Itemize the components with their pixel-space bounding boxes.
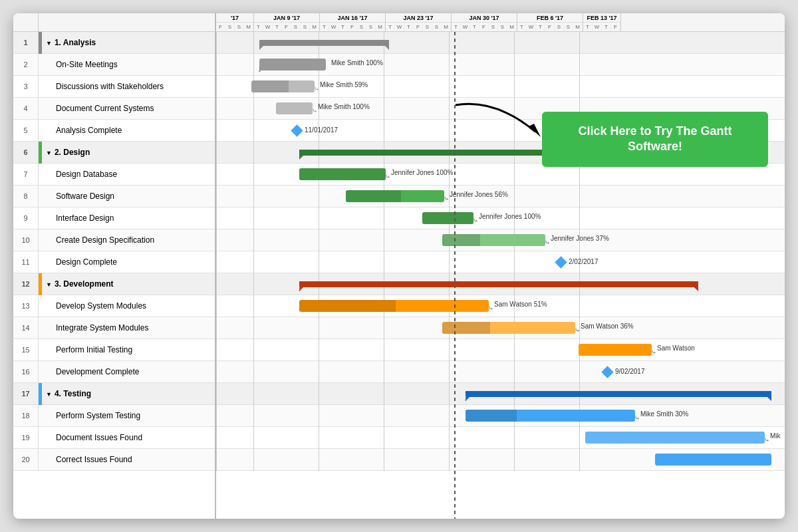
- gantt-rows-container: [216, 32, 785, 471]
- gantt-row: [216, 405, 785, 427]
- gantt-row: [216, 142, 785, 164]
- task-row: 13Develop System Modules: [13, 295, 215, 317]
- task-name: Integrate System Modules: [44, 323, 215, 332]
- task-row-number: 15: [13, 339, 39, 360]
- gantt-row: [216, 361, 785, 383]
- day-cell: F: [348, 23, 357, 31]
- task-name: Document Current Systems: [44, 104, 215, 113]
- day-cell: T: [470, 23, 479, 31]
- day-cell: S: [291, 23, 301, 31]
- day-cell: M: [507, 23, 517, 31]
- day-cell: T: [583, 23, 593, 31]
- week-label: '17: [216, 13, 253, 23]
- task-name: Perform System Testing: [44, 411, 215, 420]
- task-row: 3Discussions with Stakeholders: [13, 76, 215, 98]
- gantt-row: [216, 339, 785, 361]
- task-row-number: 6: [13, 142, 39, 163]
- task-row-number: 9: [13, 207, 39, 229]
- gantt-row: [216, 98, 785, 120]
- group-expand-icon[interactable]: ▼: [46, 150, 52, 156]
- gantt-body: 1▼1. Analysis2On-Site Meetings3Discussio…: [13, 32, 785, 519]
- gantt-row: [216, 164, 785, 186]
- day-cell: T: [338, 23, 348, 31]
- task-row: 14Integrate System Modules: [13, 317, 215, 339]
- week-grid-line: [319, 32, 319, 471]
- gantt-row: [216, 427, 785, 449]
- day-cell: T: [254, 23, 263, 31]
- day-cell: T: [602, 23, 611, 31]
- day-cell: T: [320, 23, 329, 31]
- week-grid-line: [216, 32, 217, 471]
- day-cell: M: [376, 23, 385, 31]
- task-row-number: 8: [13, 186, 39, 207]
- gantt-row: [216, 186, 785, 207]
- week-days: TWTF: [583, 23, 620, 31]
- task-name: Develop System Modules: [44, 301, 215, 311]
- week-days: TWTFSSM: [320, 23, 385, 31]
- week-block: FEB 6 '17TWTFSSM: [517, 13, 583, 31]
- task-row: 18Perform System Testing: [13, 405, 215, 427]
- task-row-number: 3: [13, 76, 39, 97]
- task-name: ▼4. Testing: [42, 389, 215, 398]
- day-cell: W: [593, 23, 602, 31]
- task-row-number: 17: [13, 383, 39, 404]
- week-days: TWTFSSM: [452, 23, 517, 31]
- header-row: '17FSSMJAN 9 '17TWTFSSMJAN 16 '17TWTFSSM…: [13, 13, 785, 32]
- week-label: JAN 9 '17: [254, 13, 319, 23]
- task-row: 16Development Complete: [13, 361, 215, 383]
- day-cell: S: [564, 23, 573, 31]
- task-row: 20Correct Issues Found: [13, 449, 215, 471]
- header-right: '17FSSMJAN 9 '17TWTFSSMJAN 16 '17TWTFSSM…: [216, 13, 785, 31]
- week-block: JAN 9 '17TWTFSSM: [254, 13, 320, 31]
- day-cell: S: [235, 23, 244, 31]
- week-block: JAN 30 '17TWTFSSM: [452, 13, 517, 31]
- task-row: 4Document Current Systems: [13, 98, 215, 120]
- header-left: [13, 13, 216, 31]
- task-row-number: 12: [13, 273, 39, 295]
- group-expand-icon[interactable]: ▼: [46, 391, 52, 398]
- task-name: ▼3. Development: [42, 279, 215, 289]
- week-block: FEB 13 '17TWTF: [583, 13, 621, 31]
- week-days: TWTFSSM: [386, 23, 451, 31]
- day-cell: T: [536, 23, 545, 31]
- task-row: 11Design Complete: [13, 251, 215, 273]
- task-name: On-Site Meetings: [44, 60, 215, 69]
- week-block: '17FSSM: [216, 13, 254, 31]
- gantt-row: [216, 207, 785, 229]
- task-row: 17▼4. Testing: [13, 383, 215, 405]
- group-expand-icon[interactable]: ▼: [46, 281, 52, 288]
- gantt-row: [216, 54, 785, 76]
- day-cell: F: [545, 23, 555, 31]
- gantt-row: [216, 32, 785, 54]
- week-grid-line: [579, 32, 580, 471]
- day-cell: F: [414, 23, 423, 31]
- week-block: JAN 16 '17TWTFSSM: [320, 13, 386, 31]
- week-label: JAN 16 '17: [320, 13, 385, 23]
- gantt-row: [216, 449, 785, 471]
- task-row: 15Perform Initial Testing: [13, 339, 215, 361]
- task-name: Design Complete: [44, 257, 215, 267]
- task-name: Design Database: [44, 170, 215, 179]
- day-cell: T: [452, 23, 461, 31]
- task-name: Analysis Complete: [44, 126, 215, 135]
- task-name: Correct Issues Found: [44, 455, 215, 464]
- day-cell: F: [479, 23, 489, 31]
- gantt-row: [216, 317, 785, 339]
- day-cell: T: [404, 23, 414, 31]
- day-cell: F: [216, 23, 225, 31]
- task-row-number: 1: [13, 32, 39, 53]
- task-row: 6▼2. Design: [13, 142, 215, 164]
- timeline-body: Mike Smith 100%↓Mike Smith 59%⤷Mike Smit…: [216, 32, 785, 519]
- gantt-row: [216, 229, 785, 251]
- day-cell: S: [225, 23, 235, 31]
- day-cell: F: [282, 23, 291, 31]
- day-cell: W: [329, 23, 338, 31]
- day-cell: T: [273, 23, 282, 31]
- group-expand-icon[interactable]: ▼: [46, 40, 52, 47]
- gantt-row: [216, 251, 785, 273]
- day-cell: S: [498, 23, 507, 31]
- task-name: Create Design Specification: [44, 235, 215, 245]
- task-row-number: 19: [13, 427, 39, 448]
- task-row-number: 13: [13, 295, 39, 317]
- gantt-row: [216, 76, 785, 98]
